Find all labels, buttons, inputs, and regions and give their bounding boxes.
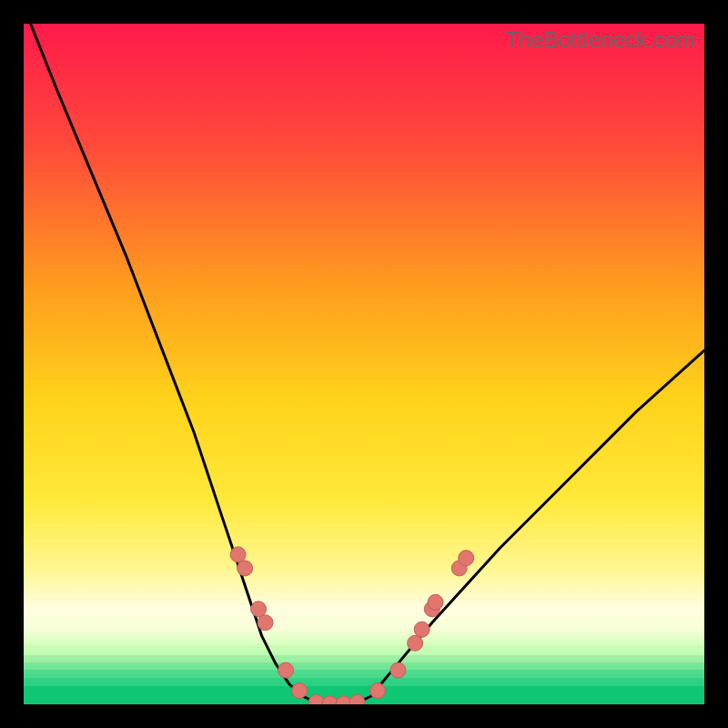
watermark-text: TheBottleneck.com [505, 27, 695, 53]
data-marker [322, 696, 338, 704]
data-marker [258, 615, 273, 631]
data-marker [291, 683, 307, 699]
chart-stage: TheBottleneck.com [0, 0, 728, 728]
plot-area: TheBottleneck.com [24, 24, 704, 704]
data-marker [251, 602, 267, 617]
data-marker [414, 622, 430, 637]
data-marker [278, 662, 294, 678]
data-marker [408, 635, 423, 651]
curve-layer [24, 24, 704, 704]
data-marker [370, 683, 386, 699]
data-marker [390, 662, 406, 678]
bottleneck-curve [31, 24, 705, 704]
data-marker [459, 551, 474, 566]
data-marker [428, 594, 443, 610]
data-marker [349, 694, 365, 704]
data-marker [230, 547, 246, 562]
data-marker [308, 694, 324, 704]
data-marker [238, 561, 253, 576]
